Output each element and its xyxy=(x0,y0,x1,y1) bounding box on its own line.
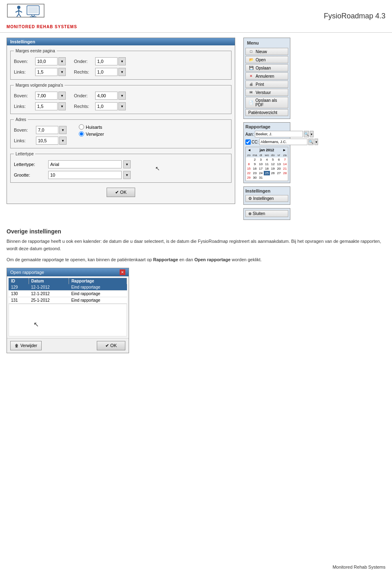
calendar-day[interactable]: 8 xyxy=(246,162,252,166)
calendar-day[interactable]: 18 xyxy=(264,166,270,171)
radio-verwijzer[interactable]: Verwijzer xyxy=(79,131,104,137)
calendar-day[interactable] xyxy=(276,175,282,180)
menu-nieuw-button[interactable]: □ Nieuw xyxy=(245,48,288,55)
calendar-next-button[interactable]: ► xyxy=(283,148,286,152)
table-row[interactable]: 130 12-1-2012 Eind rapportage xyxy=(9,290,127,297)
calendar-day[interactable] xyxy=(258,180,264,181)
aan-input[interactable] xyxy=(255,131,303,137)
calendar-day[interactable]: 31 xyxy=(258,175,264,180)
calendar-day[interactable]: 7 xyxy=(282,157,288,162)
app-title: FysioRoadmap 4.3 xyxy=(324,12,385,20)
radio-verwijzer-input[interactable] xyxy=(79,131,84,137)
menu-patient-button[interactable]: Patiëntoverzicht xyxy=(245,109,288,116)
rap-ok-button[interactable]: ✔ OK xyxy=(97,341,125,350)
calendar-day[interactable]: 21 xyxy=(282,166,288,171)
cc-checkbox[interactable] xyxy=(245,139,251,145)
close-button[interactable]: ✕ xyxy=(120,269,125,275)
volgende-onder-input[interactable] xyxy=(95,92,118,100)
calendar-prev-button[interactable]: ◄ xyxy=(247,148,251,152)
calendar-day[interactable] xyxy=(246,180,252,181)
calendar-day[interactable]: 19 xyxy=(270,166,276,171)
sluiten-button[interactable]: ⊗ Sluiten xyxy=(245,210,288,217)
aan-arrow[interactable]: ▼ xyxy=(310,131,314,137)
eerste-rechts-arrow[interactable]: ▼ xyxy=(118,68,126,76)
volgende-boven-arrow[interactable]: ▼ xyxy=(58,92,66,100)
cc-arrow[interactable]: ▼ xyxy=(314,139,318,145)
cc-input[interactable] xyxy=(259,139,307,145)
calendar-day[interactable] xyxy=(276,180,282,181)
eerste-rechts-input[interactable] xyxy=(95,68,118,76)
adres-boven-arrow[interactable]: ▼ xyxy=(59,126,67,134)
calendar-day[interactable]: 2 xyxy=(252,157,258,162)
calendar-day[interactable] xyxy=(252,180,258,181)
adres-links-input[interactable] xyxy=(36,137,58,145)
calendar-day[interactable]: 23 xyxy=(252,171,258,175)
calendar-day[interactable] xyxy=(270,180,276,181)
calendar-day[interactable] xyxy=(282,175,288,180)
eerste-boven-label: Boven: xyxy=(14,59,34,64)
volgende-rechts-input[interactable] xyxy=(95,102,118,110)
eerste-onder-input[interactable] xyxy=(95,57,118,65)
menu-verstuur-button[interactable]: ✉ Verstuur xyxy=(245,89,288,96)
calendar-day[interactable]: 16 xyxy=(252,166,258,171)
calendar-day[interactable]: 29 xyxy=(246,175,252,180)
calendar-day[interactable]: 30 xyxy=(252,175,258,180)
table-row[interactable]: 129 12-1-2012 Eind rapportage xyxy=(9,284,127,291)
table-row[interactable]: 131 25-1-2012 Eind rapportage xyxy=(9,297,127,303)
lettertype-type-arrow[interactable]: ▼ xyxy=(123,160,131,168)
eerste-links-arrow[interactable]: ▼ xyxy=(58,68,66,76)
menu-pdf-button[interactable]: 📄 Opslaan als PDF xyxy=(245,97,288,108)
calendar-day[interactable]: 27 xyxy=(276,171,282,175)
calendar-day[interactable]: 4 xyxy=(264,157,270,162)
instellingen-button[interactable]: ⚙ Instellingen xyxy=(245,195,288,202)
calendar-day[interactable]: 22 xyxy=(246,171,252,175)
calendar-day[interactable] xyxy=(264,175,270,180)
volgende-onder-arrow[interactable]: ▼ xyxy=(118,92,126,100)
lettertype-grootte-input[interactable] xyxy=(48,171,122,179)
cc-search-icon[interactable]: 🔍 xyxy=(308,139,314,145)
menu-open-button[interactable]: 📂 Open xyxy=(245,56,288,63)
paragraph2: Om de gemaakte rapportage te openen, kan… xyxy=(7,256,385,264)
calendar-day[interactable]: 13 xyxy=(276,162,282,166)
calendar-day-today[interactable]: 25 xyxy=(264,171,270,175)
calendar-day[interactable]: 6 xyxy=(276,157,282,162)
eerste-links-input[interactable] xyxy=(35,68,58,76)
calendar-day[interactable]: 24 xyxy=(258,171,264,175)
eerste-onder-arrow[interactable]: ▼ xyxy=(118,57,126,65)
volgende-links-arrow[interactable]: ▼ xyxy=(58,102,66,110)
volgende-links-input[interactable] xyxy=(35,102,58,110)
calendar-day[interactable]: 9 xyxy=(252,162,258,166)
volgende-rechts-arrow[interactable]: ▼ xyxy=(118,102,126,110)
calendar-day[interactable] xyxy=(282,180,288,181)
calendar-day[interactable]: 28 xyxy=(282,171,288,175)
calendar-day[interactable]: 26 xyxy=(270,171,276,175)
calendar-day[interactable]: 10 xyxy=(258,162,264,166)
verwijder-button[interactable]: 🗑 Verwijder xyxy=(10,341,42,350)
eerste-boven-input[interactable] xyxy=(35,57,58,65)
radio-huisarts[interactable]: Huisarts xyxy=(79,124,104,130)
eerste-boven-arrow[interactable]: ▼ xyxy=(58,57,66,65)
adres-links-arrow[interactable]: ▼ xyxy=(59,137,67,145)
calendar-day[interactable]: 12 xyxy=(270,162,276,166)
calendar-day[interactable]: 20 xyxy=(276,166,282,171)
calendar-day[interactable]: 15 xyxy=(246,166,252,171)
lettertype-grootte-arrow[interactable]: ▼ xyxy=(123,171,131,179)
calendar-day[interactable] xyxy=(264,180,270,181)
print-icon: 🖨 xyxy=(248,82,254,87)
calendar-day[interactable]: 11 xyxy=(264,162,270,166)
calendar-day[interactable]: 3 xyxy=(258,157,264,162)
calendar-day[interactable]: 5 xyxy=(270,157,276,162)
volgende-boven-input[interactable] xyxy=(35,92,58,100)
lettertype-type-input[interactable] xyxy=(48,160,122,168)
menu-annuleren-button[interactable]: ✕ Annuleren xyxy=(245,72,288,80)
calendar-day[interactable]: 14 xyxy=(282,162,288,166)
ok-button[interactable]: ✔ OK xyxy=(107,188,135,197)
calendar-day[interactable] xyxy=(246,157,252,162)
menu-opslaan-button[interactable]: 💾 Opslaan xyxy=(245,64,288,72)
aan-search-icon[interactable]: 🔍 xyxy=(304,131,309,137)
calendar-day[interactable] xyxy=(270,175,276,180)
calendar-day[interactable]: 17 xyxy=(258,166,264,171)
adres-boven-input[interactable] xyxy=(36,126,58,134)
radio-huisarts-input[interactable] xyxy=(79,124,84,130)
menu-print-button[interactable]: 🖨 Print xyxy=(245,81,288,88)
